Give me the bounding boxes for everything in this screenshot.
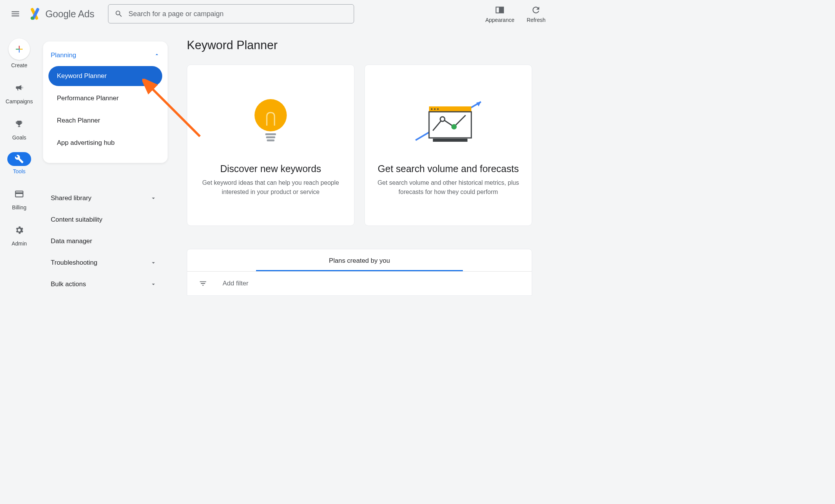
campaigns-nav[interactable]: Campaigns xyxy=(6,80,33,104)
page-title: Keyword Planner xyxy=(187,38,549,52)
create-label: Create xyxy=(11,62,27,68)
svg-rect-7 xyxy=(267,139,274,141)
search-icon xyxy=(115,10,123,18)
nav-content-suitability[interactable]: Content suitability xyxy=(43,209,168,230)
main-content: Keyword Planner Discover new keywords Ge… xyxy=(187,38,549,296)
gear-icon xyxy=(11,222,27,238)
filter-row[interactable]: Add filter xyxy=(187,271,532,295)
nav-bulk-actions[interactable]: Bulk actions xyxy=(43,274,168,295)
google-ads-logo-icon xyxy=(28,7,42,20)
content-suitability-label: Content suitability xyxy=(51,216,102,224)
data-manager-label: Data manager xyxy=(51,237,92,245)
svg-rect-17 xyxy=(433,139,467,142)
discover-keywords-card[interactable]: Discover new keywords Get keyword ideas … xyxy=(187,65,354,226)
appearance-icon xyxy=(494,5,505,15)
chevron-down-icon xyxy=(150,281,157,288)
billing-label: Billing xyxy=(12,204,26,211)
svg-point-15 xyxy=(440,117,445,121)
planning-panel: Planning Keyword Planner Performance Pla… xyxy=(43,41,168,163)
menu-icon[interactable] xyxy=(7,5,24,22)
header: Google Ads Appearance Refresh xyxy=(0,0,556,28)
trophy-icon xyxy=(11,116,27,132)
appearance-label: Appearance xyxy=(485,17,514,23)
nav-shared-library[interactable]: Shared library xyxy=(43,187,168,209)
search-field[interactable] xyxy=(128,10,348,18)
discover-title: Discover new keywords xyxy=(220,163,321,174)
lightbulb-icon xyxy=(251,94,290,152)
planning-header[interactable]: Planning xyxy=(43,47,168,64)
logo-text: Google Ads xyxy=(45,8,94,20)
refresh-button[interactable]: Refresh xyxy=(523,5,549,23)
svg-rect-2 xyxy=(500,7,504,13)
forecasts-card[interactable]: Get search volume and forecasts Get sear… xyxy=(364,65,532,226)
search-input[interactable] xyxy=(108,4,354,23)
chevron-up-icon xyxy=(154,51,160,59)
navigation-rail: Create Campaigns Goals Tools Billing Adm… xyxy=(0,35,38,247)
bulk-actions-label: Bulk actions xyxy=(51,280,86,288)
nav-keyword-planner[interactable]: Keyword Planner xyxy=(48,66,162,86)
logo[interactable]: Google Ads xyxy=(28,7,94,20)
create-button[interactable]: Create xyxy=(8,38,30,68)
plus-icon xyxy=(8,38,30,60)
plans-tab-label: Plans created by you xyxy=(187,249,532,270)
chevron-down-icon xyxy=(150,195,157,202)
svg-point-0 xyxy=(31,17,34,20)
forecasts-desc: Get search volume and other historical m… xyxy=(376,178,520,196)
plans-tab[interactable]: Plans created by you xyxy=(187,249,532,271)
svg-point-12 xyxy=(431,108,432,110)
forecasts-title: Get search volume and forecasts xyxy=(378,163,519,174)
chevron-down-icon xyxy=(150,259,157,266)
goals-label: Goals xyxy=(12,134,27,141)
troubleshooting-label: Troubleshooting xyxy=(51,259,97,267)
svg-point-16 xyxy=(451,124,457,129)
tools-nav[interactable]: Tools xyxy=(7,152,31,174)
svg-rect-6 xyxy=(266,136,275,138)
secondary-nav: Shared library Content suitability Data … xyxy=(43,187,168,295)
svg-rect-5 xyxy=(265,133,276,135)
filter-icon xyxy=(199,279,207,288)
nav-troubleshooting[interactable]: Troubleshooting xyxy=(43,252,168,274)
megaphone-icon xyxy=(11,80,27,96)
nav-data-manager[interactable]: Data manager xyxy=(43,230,168,252)
admin-nav[interactable]: Admin xyxy=(11,222,27,247)
filter-placeholder: Add filter xyxy=(223,280,248,287)
nav-reach-planner[interactable]: Reach Planner xyxy=(48,111,162,131)
appearance-button[interactable]: Appearance xyxy=(481,5,518,23)
plans-section: Plans created by you Add filter xyxy=(187,249,532,296)
card-icon xyxy=(11,186,27,202)
planning-label: Planning xyxy=(51,51,76,59)
admin-label: Admin xyxy=(12,240,27,247)
billing-nav[interactable]: Billing xyxy=(11,186,27,211)
nav-performance-planner[interactable]: Performance Planner xyxy=(48,88,162,108)
campaigns-label: Campaigns xyxy=(6,98,33,104)
shared-library-label: Shared library xyxy=(51,194,91,202)
tools-label: Tools xyxy=(13,168,26,174)
chart-icon xyxy=(412,94,485,152)
refresh-icon xyxy=(531,5,541,15)
svg-rect-1 xyxy=(496,7,499,13)
refresh-label: Refresh xyxy=(527,17,546,23)
nav-app-advertising-hub[interactable]: App advertising hub xyxy=(48,133,162,153)
wrench-icon xyxy=(7,152,31,166)
svg-point-14 xyxy=(437,108,439,110)
discover-desc: Get keyword ideas that can help you reac… xyxy=(199,178,343,196)
goals-nav[interactable]: Goals xyxy=(11,116,27,141)
svg-point-13 xyxy=(434,108,436,110)
